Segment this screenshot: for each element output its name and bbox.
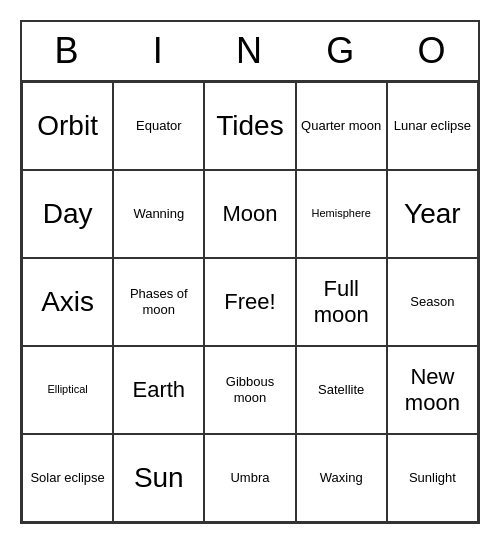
cell-text: Season bbox=[410, 294, 454, 310]
bingo-cell: Elliptical bbox=[22, 346, 113, 434]
cell-text: Orbit bbox=[37, 109, 98, 143]
bingo-cell: Phases of moon bbox=[113, 258, 204, 346]
cell-text: New moon bbox=[392, 364, 473, 417]
cell-text: Elliptical bbox=[47, 383, 87, 396]
bingo-cell: Quarter moon bbox=[296, 82, 387, 170]
cell-text: Tides bbox=[216, 109, 283, 143]
cell-text: Waxing bbox=[320, 470, 363, 486]
bingo-cell: Full moon bbox=[296, 258, 387, 346]
header-letter: O bbox=[387, 22, 478, 80]
bingo-cell: Moon bbox=[204, 170, 295, 258]
bingo-cell: Gibbous moon bbox=[204, 346, 295, 434]
bingo-cell: Equator bbox=[113, 82, 204, 170]
cell-text: Year bbox=[404, 197, 461, 231]
header-letter: I bbox=[113, 22, 204, 80]
cell-text: Earth bbox=[132, 377, 185, 403]
cell-text: Lunar eclipse bbox=[394, 118, 471, 134]
cell-text: Axis bbox=[41, 285, 94, 319]
cell-text: Equator bbox=[136, 118, 182, 134]
bingo-cell: Earth bbox=[113, 346, 204, 434]
bingo-cell: Tides bbox=[204, 82, 295, 170]
cell-text: Sunlight bbox=[409, 470, 456, 486]
bingo-cell: Sun bbox=[113, 434, 204, 522]
cell-text: Phases of moon bbox=[118, 286, 199, 317]
cell-text: Gibbous moon bbox=[209, 374, 290, 405]
cell-text: Hemisphere bbox=[312, 207, 371, 220]
bingo-cell: Waxing bbox=[296, 434, 387, 522]
bingo-cell: New moon bbox=[387, 346, 478, 434]
bingo-cell: Hemisphere bbox=[296, 170, 387, 258]
bingo-grid: OrbitEquatorTidesQuarter moonLunar eclip… bbox=[22, 82, 478, 522]
cell-text: Sun bbox=[134, 461, 184, 495]
bingo-cell: Umbra bbox=[204, 434, 295, 522]
bingo-cell: Season bbox=[387, 258, 478, 346]
bingo-cell: Orbit bbox=[22, 82, 113, 170]
bingo-cell: Year bbox=[387, 170, 478, 258]
bingo-header: BINGO bbox=[22, 22, 478, 82]
header-letter: N bbox=[204, 22, 295, 80]
bingo-cell: Satellite bbox=[296, 346, 387, 434]
cell-text: Free! bbox=[224, 289, 275, 315]
cell-text: Umbra bbox=[230, 470, 269, 486]
bingo-cell: Day bbox=[22, 170, 113, 258]
bingo-cell: Lunar eclipse bbox=[387, 82, 478, 170]
cell-text: Moon bbox=[222, 201, 277, 227]
bingo-cell: Free! bbox=[204, 258, 295, 346]
cell-text: Day bbox=[43, 197, 93, 231]
header-letter: G bbox=[296, 22, 387, 80]
cell-text: Wanning bbox=[133, 206, 184, 222]
cell-text: Full moon bbox=[301, 276, 382, 329]
cell-text: Solar eclipse bbox=[30, 470, 104, 486]
bingo-cell: Wanning bbox=[113, 170, 204, 258]
bingo-cell: Sunlight bbox=[387, 434, 478, 522]
bingo-cell: Solar eclipse bbox=[22, 434, 113, 522]
bingo-cell: Axis bbox=[22, 258, 113, 346]
cell-text: Satellite bbox=[318, 382, 364, 398]
bingo-card: BINGO OrbitEquatorTidesQuarter moonLunar… bbox=[20, 20, 480, 524]
header-letter: B bbox=[22, 22, 113, 80]
cell-text: Quarter moon bbox=[301, 118, 381, 134]
